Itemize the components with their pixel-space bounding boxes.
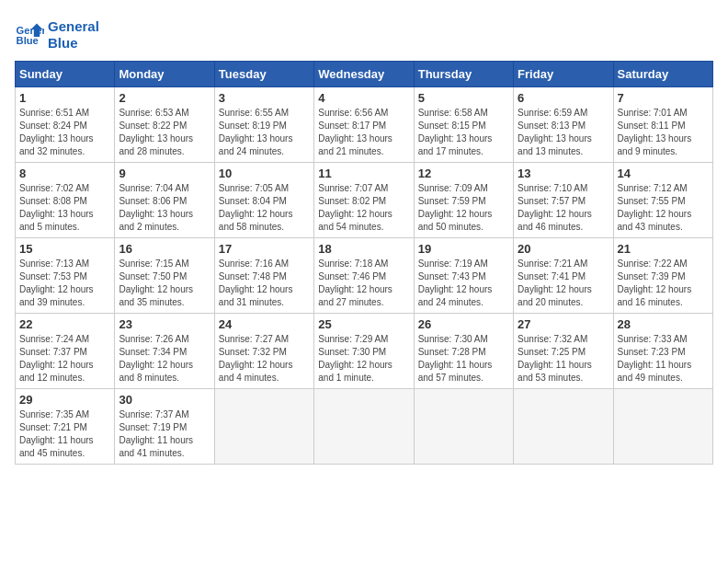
weekday-header-saturday: Saturday	[613, 62, 712, 87]
day-info: Sunrise: 7:29 AM Sunset: 7:30 PM Dayligh…	[318, 333, 409, 385]
calendar-cell	[214, 389, 313, 465]
calendar-cell: 30Sunrise: 7:37 AM Sunset: 7:19 PM Dayli…	[115, 389, 214, 465]
day-info: Sunrise: 7:01 AM Sunset: 8:11 PM Dayligh…	[618, 107, 709, 158]
calendar-cell: 25Sunrise: 7:29 AM Sunset: 7:30 PM Dayli…	[314, 314, 414, 389]
day-number: 14	[618, 167, 709, 180]
calendar-cell: 18Sunrise: 7:18 AM Sunset: 7:46 PM Dayli…	[314, 238, 414, 314]
calendar-cell: 23Sunrise: 7:26 AM Sunset: 7:34 PM Dayli…	[115, 314, 214, 389]
logo-icon: General Blue	[15, 22, 44, 48]
day-info: Sunrise: 7:12 AM Sunset: 7:55 PM Dayligh…	[618, 182, 709, 234]
calendar-cell: 12Sunrise: 7:09 AM Sunset: 7:59 PM Dayli…	[414, 163, 513, 238]
calendar-cell: 28Sunrise: 7:33 AM Sunset: 7:23 PM Dayli…	[613, 314, 712, 389]
calendar-cell: 10Sunrise: 7:05 AM Sunset: 8:04 PM Dayli…	[214, 163, 313, 238]
calendar-cell: 9Sunrise: 7:04 AM Sunset: 8:06 PM Daylig…	[115, 163, 214, 238]
calendar-cell: 8Sunrise: 7:02 AM Sunset: 8:08 PM Daylig…	[16, 163, 115, 238]
day-info: Sunrise: 7:22 AM Sunset: 7:39 PM Dayligh…	[618, 258, 709, 309]
calendar-cell	[514, 389, 613, 465]
weekday-header-friday: Friday	[514, 62, 613, 87]
day-number: 21	[618, 242, 709, 256]
day-number: 13	[518, 167, 609, 180]
day-number: 10	[219, 167, 310, 180]
calendar-cell: 1Sunrise: 6:51 AM Sunset: 8:24 PM Daylig…	[16, 87, 115, 163]
day-info: Sunrise: 7:35 AM Sunset: 7:21 PM Dayligh…	[19, 408, 110, 460]
day-number: 8	[19, 167, 110, 180]
day-info: Sunrise: 7:18 AM Sunset: 7:46 PM Dayligh…	[318, 258, 409, 309]
calendar-cell: 24Sunrise: 7:27 AM Sunset: 7:32 PM Dayli…	[214, 314, 313, 389]
calendar-cell	[314, 389, 414, 465]
calendar-cell: 3Sunrise: 6:55 AM Sunset: 8:19 PM Daylig…	[214, 87, 313, 163]
day-number: 28	[618, 317, 709, 331]
calendar-cell: 14Sunrise: 7:12 AM Sunset: 7:55 PM Dayli…	[613, 163, 712, 238]
svg-text:General: General	[17, 25, 44, 36]
day-info: Sunrise: 7:37 AM Sunset: 7:19 PM Dayligh…	[119, 408, 210, 460]
calendar-cell: 17Sunrise: 7:16 AM Sunset: 7:48 PM Dayli…	[214, 238, 313, 314]
day-number: 1	[19, 91, 110, 105]
day-info: Sunrise: 7:15 AM Sunset: 7:50 PM Dayligh…	[119, 258, 210, 309]
weekday-header-wednesday: Wednesday	[314, 62, 414, 87]
day-info: Sunrise: 6:56 AM Sunset: 8:17 PM Dayligh…	[318, 107, 409, 158]
day-number: 12	[418, 167, 509, 180]
day-info: Sunrise: 7:02 AM Sunset: 8:08 PM Dayligh…	[19, 182, 110, 234]
weekday-header-row: SundayMondayTuesdayWednesdayThursdayFrid…	[16, 62, 713, 87]
day-number: 5	[418, 91, 509, 105]
header: General Blue GeneralBlue	[15, 15, 713, 52]
week-row-2: 8Sunrise: 7:02 AM Sunset: 8:08 PM Daylig…	[16, 163, 713, 238]
day-info: Sunrise: 7:32 AM Sunset: 7:25 PM Dayligh…	[518, 333, 609, 385]
day-info: Sunrise: 6:51 AM Sunset: 8:24 PM Dayligh…	[19, 107, 110, 158]
day-info: Sunrise: 6:53 AM Sunset: 8:22 PM Dayligh…	[119, 107, 210, 158]
calendar-cell: 29Sunrise: 7:35 AM Sunset: 7:21 PM Dayli…	[16, 389, 115, 465]
day-number: 4	[318, 91, 409, 105]
day-info: Sunrise: 6:55 AM Sunset: 8:19 PM Dayligh…	[219, 107, 310, 158]
calendar-cell: 26Sunrise: 7:30 AM Sunset: 7:28 PM Dayli…	[414, 314, 513, 389]
day-info: Sunrise: 7:24 AM Sunset: 7:37 PM Dayligh…	[19, 333, 110, 385]
weekday-header-thursday: Thursday	[414, 62, 513, 87]
day-number: 20	[518, 242, 609, 256]
day-info: Sunrise: 6:59 AM Sunset: 8:13 PM Dayligh…	[518, 107, 609, 158]
calendar-cell	[414, 389, 513, 465]
day-number: 25	[318, 317, 409, 331]
day-number: 6	[518, 91, 609, 105]
day-number: 11	[318, 167, 409, 180]
calendar-cell: 22Sunrise: 7:24 AM Sunset: 7:37 PM Dayli…	[16, 314, 115, 389]
week-row-1: 1Sunrise: 6:51 AM Sunset: 8:24 PM Daylig…	[16, 87, 713, 163]
calendar-cell: 7Sunrise: 7:01 AM Sunset: 8:11 PM Daylig…	[613, 87, 712, 163]
day-info: Sunrise: 7:16 AM Sunset: 7:48 PM Dayligh…	[219, 258, 310, 309]
calendar-cell: 16Sunrise: 7:15 AM Sunset: 7:50 PM Dayli…	[115, 238, 214, 314]
day-number: 30	[119, 393, 210, 407]
calendar-table: SundayMondayTuesdayWednesdayThursdayFrid…	[15, 61, 713, 465]
calendar-cell: 4Sunrise: 6:56 AM Sunset: 8:17 PM Daylig…	[314, 87, 414, 163]
weekday-header-monday: Monday	[115, 62, 214, 87]
day-info: Sunrise: 7:30 AM Sunset: 7:28 PM Dayligh…	[418, 333, 509, 385]
day-info: Sunrise: 6:58 AM Sunset: 8:15 PM Dayligh…	[418, 107, 509, 158]
day-info: Sunrise: 7:33 AM Sunset: 7:23 PM Dayligh…	[618, 333, 709, 385]
calendar-cell: 15Sunrise: 7:13 AM Sunset: 7:53 PM Dayli…	[16, 238, 115, 314]
day-number: 3	[219, 91, 310, 105]
day-number: 22	[19, 317, 110, 331]
calendar-cell: 27Sunrise: 7:32 AM Sunset: 7:25 PM Dayli…	[514, 314, 613, 389]
day-number: 2	[119, 91, 210, 105]
day-info: Sunrise: 7:19 AM Sunset: 7:43 PM Dayligh…	[418, 258, 509, 309]
calendar-cell	[613, 389, 712, 465]
day-info: Sunrise: 7:21 AM Sunset: 7:41 PM Dayligh…	[518, 258, 609, 309]
calendar-cell: 21Sunrise: 7:22 AM Sunset: 7:39 PM Dayli…	[613, 238, 712, 314]
day-number: 23	[119, 317, 210, 331]
day-info: Sunrise: 7:05 AM Sunset: 8:04 PM Dayligh…	[219, 182, 310, 234]
day-number: 9	[119, 167, 210, 180]
day-info: Sunrise: 7:26 AM Sunset: 7:34 PM Dayligh…	[119, 333, 210, 385]
day-number: 27	[518, 317, 609, 331]
calendar-cell: 20Sunrise: 7:21 AM Sunset: 7:41 PM Dayli…	[514, 238, 613, 314]
day-number: 16	[119, 242, 210, 256]
day-number: 19	[418, 242, 509, 256]
day-info: Sunrise: 7:09 AM Sunset: 7:59 PM Dayligh…	[418, 182, 509, 234]
day-number: 18	[318, 242, 409, 256]
day-info: Sunrise: 7:04 AM Sunset: 8:06 PM Dayligh…	[119, 182, 210, 234]
week-row-3: 15Sunrise: 7:13 AM Sunset: 7:53 PM Dayli…	[16, 238, 713, 314]
day-info: Sunrise: 7:10 AM Sunset: 7:57 PM Dayligh…	[518, 182, 609, 234]
calendar-cell: 6Sunrise: 6:59 AM Sunset: 8:13 PM Daylig…	[514, 87, 613, 163]
weekday-header-tuesday: Tuesday	[214, 62, 313, 87]
day-info: Sunrise: 7:07 AM Sunset: 8:02 PM Dayligh…	[318, 182, 409, 234]
day-number: 7	[618, 91, 709, 105]
calendar-cell: 2Sunrise: 6:53 AM Sunset: 8:22 PM Daylig…	[115, 87, 214, 163]
day-number: 29	[19, 393, 110, 407]
day-number: 17	[219, 242, 310, 256]
